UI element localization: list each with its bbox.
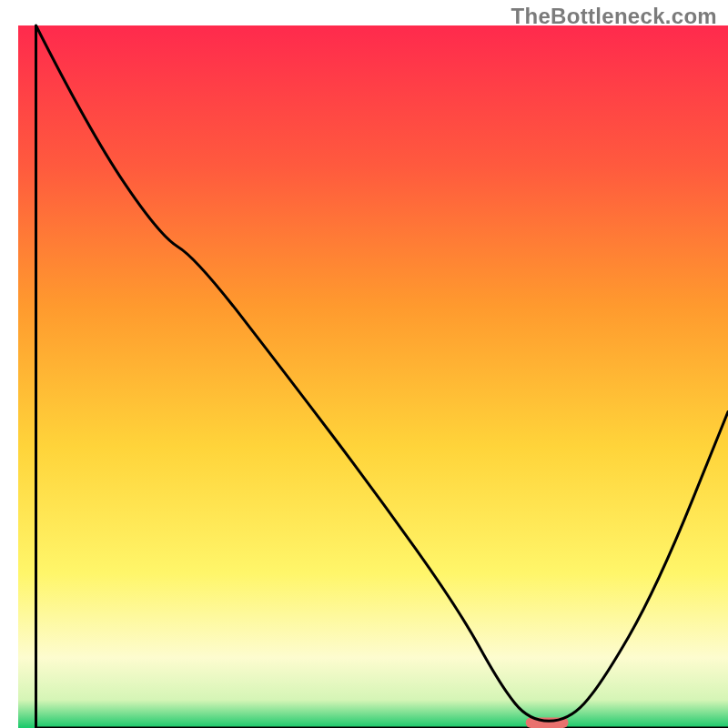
watermark-text: TheBottleneck.com bbox=[511, 4, 717, 29]
bottleneck-chart bbox=[0, 0, 728, 728]
gradient-background bbox=[18, 25, 728, 728]
chart-container: TheBottleneck.com bbox=[0, 0, 728, 728]
